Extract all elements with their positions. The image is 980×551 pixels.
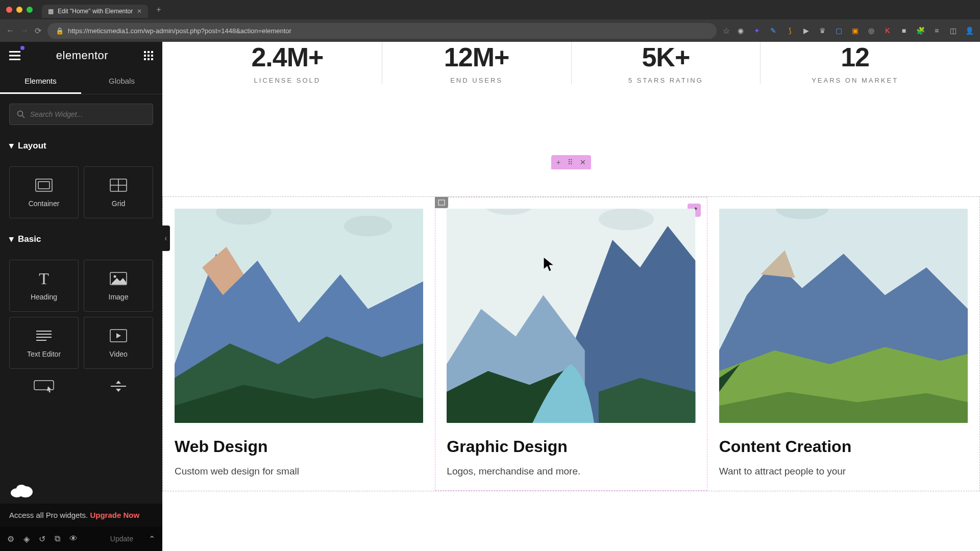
- ext-icon-8[interactable]: ▣: [850, 26, 860, 35]
- apps-grid-button[interactable]: [144, 51, 153, 60]
- grid-icon: [110, 177, 127, 193]
- image-icon: [110, 270, 127, 287]
- heading-icon: T: [39, 270, 49, 287]
- preview-icon[interactable]: 👁: [69, 534, 78, 543]
- stat-item[interactable]: 2.4M+ LICENSE SOLD: [193, 42, 382, 84]
- card-content-creation[interactable]: Content Creation Want to attract people …: [707, 197, 979, 491]
- widget-button-partial[interactable]: [9, 374, 79, 405]
- tab-title: Edit "Home" with Elementor: [58, 8, 133, 15]
- forward-button[interactable]: →: [20, 26, 29, 35]
- svg-point-17: [114, 276, 116, 278]
- window-close-button[interactable]: [6, 7, 12, 13]
- tab-globals[interactable]: Globals: [81, 69, 162, 94]
- site-info-icon[interactable]: 🔒: [56, 27, 64, 35]
- history-icon[interactable]: ↺: [39, 534, 45, 544]
- button-icon: [34, 378, 54, 394]
- chevron-down-icon: ▾: [9, 234, 14, 244]
- window-maximize-button[interactable]: [27, 7, 33, 13]
- address-bar[interactable]: 🔒 https://meticsmedia1.com/wp-admin/post…: [47, 23, 717, 39]
- svg-rect-7: [148, 58, 150, 60]
- svg-point-30: [344, 216, 393, 237]
- elementor-logo: elementor: [56, 49, 108, 62]
- panel-tabs: Elements Globals: [0, 69, 162, 94]
- reading-list-icon[interactable]: ≡: [932, 26, 941, 35]
- extensions-menu-icon[interactable]: 🧩: [916, 26, 925, 35]
- side-panel-icon[interactable]: ◫: [948, 26, 958, 35]
- url-text: https://meticsmedia1.com/wp-admin/post.p…: [68, 27, 291, 35]
- widget-image-label: Image: [109, 293, 129, 301]
- ext-icon-5[interactable]: ▶: [801, 26, 811, 35]
- card-image[interactable]: [175, 209, 423, 423]
- ext-icon-4[interactable]: ⟆: [785, 26, 794, 35]
- widget-image[interactable]: Image: [84, 260, 153, 312]
- ext-icon-11[interactable]: ■: [899, 26, 909, 35]
- stats-section[interactable]: 2.4M+ LICENSE SOLD 12M+ END USERS 5K+ 5 …: [162, 42, 980, 105]
- category-basic-header[interactable]: ▾ Basic: [9, 234, 153, 244]
- section-handle[interactable]: + ⠿ ✕: [551, 155, 591, 169]
- settings-icon[interactable]: ⚙: [7, 534, 14, 544]
- widget-container-label: Container: [29, 199, 60, 208]
- widget-container[interactable]: Container: [9, 166, 79, 218]
- widget-divider-partial[interactable]: [84, 374, 153, 405]
- new-tab-button[interactable]: +: [156, 5, 161, 14]
- browser-tab[interactable]: ▦ Edit "Home" with Elementor ✕: [42, 5, 148, 18]
- column-handle-icon[interactable]: [435, 197, 448, 208]
- drag-section-icon[interactable]: ⠿: [568, 158, 573, 166]
- navigator-icon[interactable]: ◈: [23, 534, 30, 544]
- svg-rect-3: [144, 55, 146, 57]
- card-graphic-design[interactable]: Graphic Design Logos, merchandise and mo…: [435, 197, 707, 491]
- category-layout-label: Layout: [18, 141, 46, 151]
- widget-video[interactable]: Video: [84, 317, 153, 369]
- tab-favicon: ▦: [48, 8, 54, 15]
- tab-close-icon[interactable]: ✕: [137, 8, 142, 15]
- stat-item[interactable]: 12M+ END USERS: [382, 42, 572, 84]
- widget-search[interactable]: [9, 104, 153, 125]
- stat-item[interactable]: 5K+ 5 STARS RATING: [572, 42, 761, 84]
- menu-toggle-button[interactable]: [9, 51, 20, 60]
- stat-value: 12M+: [393, 42, 561, 72]
- stat-value: 2.4M+: [203, 42, 372, 72]
- stat-label: LICENSE SOLD: [203, 77, 372, 84]
- card-title: Graphic Design: [447, 437, 695, 456]
- svg-point-9: [18, 111, 23, 116]
- ext-icon-1[interactable]: ◉: [736, 26, 745, 35]
- window-minimize-button[interactable]: [16, 7, 22, 13]
- delete-section-icon[interactable]: ✕: [580, 158, 586, 166]
- ext-icon-10[interactable]: K: [883, 26, 892, 35]
- card-web-design[interactable]: Web Design Custom web design for small: [163, 197, 435, 491]
- ext-icon-3[interactable]: ✎: [769, 26, 778, 35]
- widget-grid[interactable]: Grid: [84, 166, 153, 218]
- widget-heading[interactable]: T Heading: [9, 260, 79, 312]
- svg-rect-0: [144, 51, 146, 53]
- ext-icon-2[interactable]: ✦: [752, 26, 762, 35]
- back-button[interactable]: ←: [6, 26, 14, 35]
- category-layout-header[interactable]: ▾ Layout: [9, 140, 153, 151]
- profile-avatar-icon[interactable]: 👤: [965, 26, 974, 35]
- reload-button[interactable]: ⟳: [35, 26, 41, 36]
- responsive-icon[interactable]: ⧉: [55, 534, 60, 543]
- svg-rect-23: [34, 381, 54, 390]
- editor-canvas[interactable]: ‹ 2.4M+ LICENSE SOLD 12M+ END USERS 5K+ …: [162, 42, 980, 551]
- svg-rect-31: [438, 200, 445, 205]
- card-image[interactable]: [447, 209, 695, 423]
- ext-icon-9[interactable]: ◎: [867, 26, 876, 35]
- card-image[interactable]: [719, 209, 968, 423]
- ext-icon-7[interactable]: ▢: [834, 26, 843, 35]
- expand-icon[interactable]: ⌃: [149, 534, 155, 544]
- bookmark-star-icon[interactable]: ☆: [723, 26, 730, 36]
- card-desc: Custom web design for small: [175, 464, 423, 479]
- ext-icon-6[interactable]: ♛: [818, 26, 827, 35]
- upgrade-link[interactable]: Upgrade Now: [90, 511, 139, 519]
- tab-elements[interactable]: Elements: [0, 69, 81, 94]
- cards-section[interactable]: Web Design Custom web design for small: [162, 196, 980, 491]
- add-section-icon[interactable]: +: [556, 158, 560, 166]
- stat-item[interactable]: 12 YEARS ON MARKET: [761, 42, 949, 84]
- chevron-left-icon: ‹: [164, 234, 167, 243]
- widget-text-editor[interactable]: Text Editor: [9, 317, 79, 369]
- cloud-icon: [9, 483, 35, 498]
- video-icon: [110, 328, 127, 344]
- panel-collapse-handle[interactable]: ‹: [162, 226, 170, 251]
- search-input[interactable]: [30, 110, 145, 118]
- stat-value: 12: [771, 42, 939, 72]
- update-button[interactable]: Update: [104, 532, 139, 546]
